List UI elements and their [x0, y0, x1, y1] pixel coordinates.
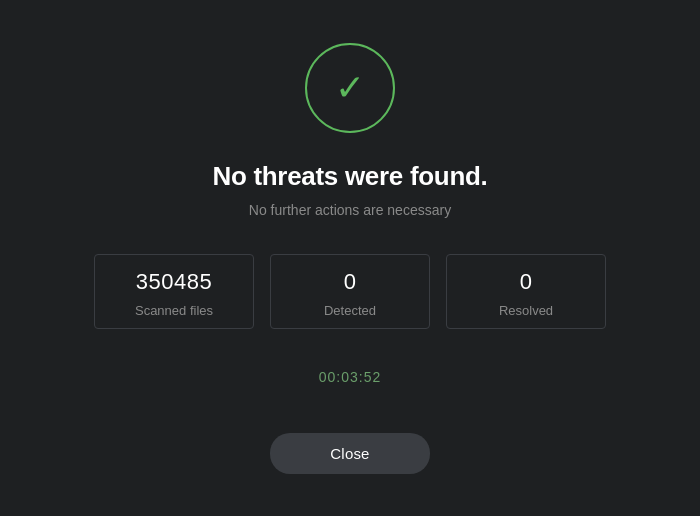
stat-box-resolved: 0 Resolved	[446, 254, 606, 329]
close-button[interactable]: Close	[270, 433, 429, 474]
detected-value: 0	[344, 269, 357, 295]
success-circle: ✓	[305, 43, 395, 133]
scanned-value: 350485	[136, 269, 212, 295]
resolved-label: Resolved	[499, 303, 553, 318]
subtitle: No further actions are necessary	[249, 202, 451, 218]
scan-timer: 00:03:52	[319, 369, 382, 385]
stat-box-scanned: 350485 Scanned files	[94, 254, 254, 329]
stat-box-detected: 0 Detected	[270, 254, 430, 329]
stats-row: 350485 Scanned files 0 Detected 0 Resolv…	[94, 254, 606, 329]
scanned-label: Scanned files	[135, 303, 213, 318]
scan-results-dialog: ✓ No threats were found. No further acti…	[0, 0, 700, 516]
check-icon: ✓	[335, 70, 365, 106]
main-title: No threats were found.	[212, 161, 487, 192]
resolved-value: 0	[520, 269, 533, 295]
detected-label: Detected	[324, 303, 376, 318]
